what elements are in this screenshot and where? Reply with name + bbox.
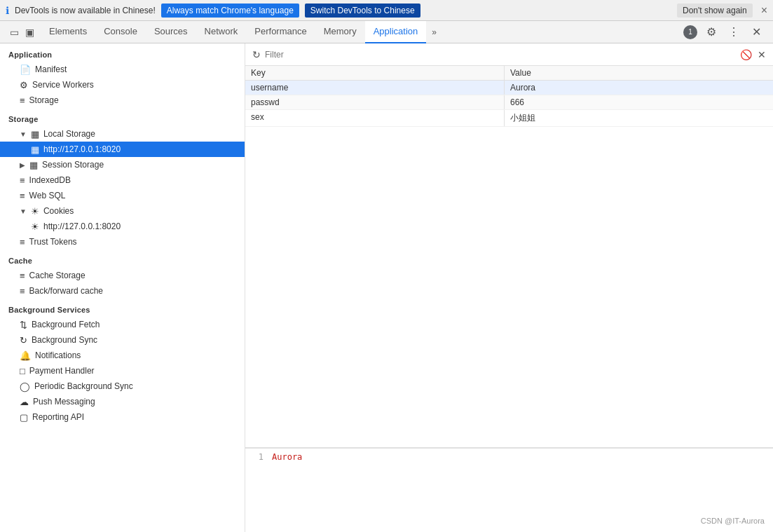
tab-bar-right: 1 ⚙ ⋮ ✕: [683, 24, 770, 41]
issues-badge[interactable]: 1: [683, 25, 697, 39]
settings-icon[interactable]: ⚙: [703, 24, 720, 41]
match-language-button[interactable]: Always match Chrome's language: [161, 4, 299, 18]
tab-console[interactable]: Console: [95, 21, 146, 43]
bg-sync-icon: ↻: [20, 335, 27, 346]
tab-bar-icons: ▭ ▣: [3, 25, 41, 39]
manifest-icon: 📄: [20, 64, 31, 75]
table-row[interactable]: passwd 666: [245, 95, 773, 110]
tab-memory[interactable]: Memory: [315, 21, 365, 43]
section-bg-services: Background Services: [0, 299, 245, 317]
section-cache: Cache: [0, 250, 245, 268]
device-toolbar-icon[interactable]: ▭: [7, 25, 21, 39]
preview-line: 1 Aurora: [245, 451, 773, 463]
sidebar-item-cache-storage[interactable]: ≡ Cache Storage: [0, 268, 245, 283]
content-area: Application 📄 Manifest ⚙ Service Workers…: [0, 43, 773, 532]
section-storage: Storage: [0, 108, 245, 126]
expand-session-storage-arrow: ▶: [20, 161, 25, 169]
indexed-db-icon: ≡: [20, 175, 25, 186]
notification-text: DevTools is now available in Chinese!: [15, 6, 156, 15]
cache-storage-icon: ≡: [20, 271, 25, 281]
tab-bar: ▭ ▣ Elements Console Sources Network Per…: [0, 21, 773, 43]
web-sql-icon: ≡: [20, 191, 25, 201]
sidebar-item-payment-handler[interactable]: □ Payment Handler: [0, 363, 245, 378]
sidebar-item-bg-fetch[interactable]: ⇅ Background Fetch: [0, 317, 245, 332]
expand-local-storage-arrow: ▼: [20, 130, 27, 138]
sidebar-item-web-sql[interactable]: ≡ Web SQL: [0, 188, 245, 203]
table-cell-key: passwd: [245, 95, 505, 109]
col-value-header: Value: [505, 66, 773, 80]
sidebar-item-reporting-api[interactable]: ▢ Reporting API: [0, 409, 245, 425]
table-cell-key: sex: [245, 110, 505, 126]
notifications-icon: 🔔: [20, 350, 31, 361]
back-forward-cache-icon: ≡: [20, 286, 25, 296]
sidebar-item-local-storage[interactable]: ▼ ▦ Local Storage: [0, 126, 245, 142]
devtools-window: ▭ ▣ Elements Console Sources Network Per…: [0, 21, 773, 532]
sidebar-item-cookies-url[interactable]: ☀ http://127.0.0.1:8020: [0, 219, 245, 234]
more-options-icon[interactable]: ⋮: [725, 24, 742, 41]
close-notification-button[interactable]: ×: [761, 4, 767, 17]
tab-sources[interactable]: Sources: [146, 21, 196, 43]
reporting-api-icon: ▢: [20, 412, 28, 423]
sidebar-item-local-storage-url[interactable]: ▦ http://127.0.0.1:8020: [0, 142, 245, 157]
data-table: Key Value username Aurora passwd 666 sex…: [245, 66, 773, 448]
switch-language-button[interactable]: Switch DevTools to Chinese: [305, 4, 420, 18]
tab-network[interactable]: Network: [196, 21, 247, 43]
main-panel: ↻ 🚫 ✕ Key Value username Aurora passwd 6…: [245, 43, 773, 532]
close-devtools-icon[interactable]: ✕: [748, 24, 765, 41]
cookies-icon: ☀: [31, 206, 39, 217]
info-icon: ℹ: [6, 5, 9, 16]
tab-application[interactable]: Application: [365, 21, 427, 43]
sidebar-item-manifest[interactable]: 📄 Manifest: [0, 62, 245, 77]
filter-bar: ↻ 🚫 ✕: [245, 43, 773, 66]
cookies-url-icon: ☀: [31, 221, 39, 232]
table-row[interactable]: username Aurora: [245, 81, 773, 95]
col-key-header: Key: [245, 66, 505, 80]
section-application: Application: [0, 43, 245, 62]
more-tabs-button[interactable]: »: [426, 21, 442, 43]
table-cell-value: 666: [505, 95, 773, 109]
periodic-bg-sync-icon: ◯: [20, 381, 30, 392]
sidebar-item-periodic-bg-sync[interactable]: ◯ Periodic Background Sync: [0, 378, 245, 394]
sidebar-item-indexed-db[interactable]: ≡ IndexedDB: [0, 172, 245, 188]
tab-performance[interactable]: Performance: [246, 21, 315, 43]
session-storage-icon: ▦: [29, 160, 38, 170]
payment-handler-icon: □: [20, 366, 25, 376]
table-cell-key: username: [245, 81, 505, 95]
tab-elements[interactable]: Elements: [41, 21, 95, 43]
table-cell-value: Aurora: [505, 81, 773, 95]
sidebar-item-session-storage[interactable]: ▶ ▦ Session Storage: [0, 157, 245, 172]
filter-input[interactable]: [265, 50, 736, 60]
storage-icon: ≡: [20, 95, 25, 106]
sidebar: Application 📄 Manifest ⚙ Service Workers…: [0, 43, 245, 532]
local-storage-url-icon: ▦: [31, 144, 39, 155]
sidebar-item-trust-tokens[interactable]: ≡ Trust Tokens: [0, 234, 245, 250]
service-workers-icon: ⚙: [20, 80, 28, 90]
sidebar-item-notifications[interactable]: 🔔 Notifications: [0, 348, 245, 363]
sidebar-item-storage[interactable]: ≡ Storage: [0, 93, 245, 108]
sidebar-item-cookies[interactable]: ▼ ☀ Cookies: [0, 203, 245, 219]
preview-content: Aurora: [272, 452, 302, 462]
line-number: 1: [251, 452, 272, 462]
bg-fetch-icon: ⇅: [20, 320, 27, 330]
clear-filter-icon[interactable]: 🚫: [739, 48, 753, 62]
sidebar-item-bg-sync[interactable]: ↻ Background Sync: [0, 332, 245, 348]
local-storage-icon: ▦: [31, 129, 39, 139]
dismiss-button[interactable]: Don't show again: [677, 4, 753, 18]
notification-bar: ℹ DevTools is now available in Chinese! …: [0, 0, 773, 21]
sidebar-item-back-forward-cache[interactable]: ≡ Back/forward cache: [0, 283, 245, 299]
close-filter-button[interactable]: ✕: [756, 48, 767, 62]
refresh-button[interactable]: ↻: [251, 48, 262, 62]
trust-tokens-icon: ≡: [20, 237, 25, 247]
sidebar-item-push-messaging[interactable]: ☁ Push Messaging: [0, 394, 245, 409]
table-row[interactable]: sex 小姐姐: [245, 110, 773, 127]
preview-panel: 1 Aurora: [245, 448, 773, 532]
inspect-icon[interactable]: ▣: [22, 25, 36, 39]
table-cell-value: 小姐姐: [505, 110, 773, 126]
table-header: Key Value: [245, 66, 773, 81]
expand-cookies-arrow: ▼: [20, 207, 27, 215]
sidebar-item-service-workers[interactable]: ⚙ Service Workers: [0, 77, 245, 93]
push-messaging-icon: ☁: [20, 397, 29, 407]
